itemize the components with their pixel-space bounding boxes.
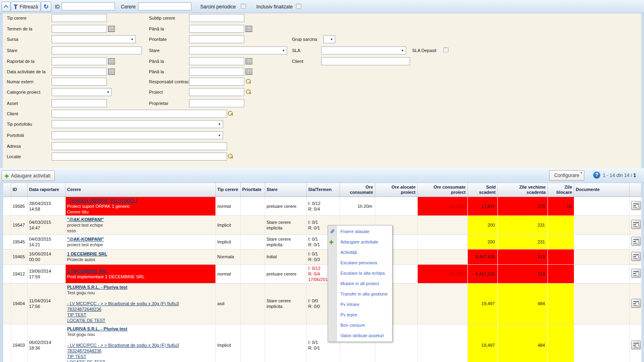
- help-icon[interactable]: ?: [593, 171, 600, 179]
- cerere-link[interactable]: "@AK-KOMPANI": [67, 236, 104, 242]
- subtip-cerere-input[interactable]: [189, 14, 244, 22]
- document-details-icon[interactable]: [631, 237, 641, 245]
- document-details-icon[interactable]: [631, 252, 641, 261]
- tip-cerere-input[interactable]: [52, 14, 107, 22]
- sarcini-periodice-checkbox[interactable]: [241, 4, 246, 9]
- header-sla-termen[interactable]: Sla/Termen: [306, 183, 340, 197]
- menu-item-valori-atribute-asseturi[interactable]: Valori atribute asseturi: [328, 330, 392, 341]
- refresh-button[interactable]: ↻: [41, 2, 51, 12]
- menu-item-pv-iesire[interactable]: Pv ieșire: [328, 310, 392, 320]
- filter-button[interactable]: Filtrează: [11, 2, 40, 12]
- numar-extern-input[interactable]: [52, 78, 107, 86]
- header-zile-vechime[interactable]: Zile vechime scadenta: [497, 183, 547, 197]
- header-data-raportare[interactable]: Data raportare: [27, 183, 65, 197]
- categorie-proiect-select[interactable]: ▼: [52, 88, 112, 96]
- header-zile-blocare[interactable]: Zile blocare: [547, 183, 574, 197]
- menu-item-transfer-alta-gestiune[interactable]: Transfer in alta gestiune: [328, 289, 392, 299]
- data-activitate-input[interactable]: [52, 68, 107, 76]
- proiect-input[interactable]: [189, 88, 244, 96]
- calendar-icon[interactable]: [246, 58, 252, 64]
- table-row[interactable]: 19585 28/04/201514:58 ""KINDER MEDIKA" P…: [3, 197, 641, 215]
- header-documente[interactable]: Documente: [574, 183, 629, 197]
- id-filter-input[interactable]: [62, 2, 115, 10]
- calendar-icon[interactable]: [246, 68, 252, 75]
- stare-1-input[interactable]: [52, 46, 142, 54]
- menu-item-bon-consum[interactable]: Bon consum: [328, 320, 392, 330]
- inclusiv-finalizate-checkbox[interactable]: [296, 4, 301, 9]
- header-stare[interactable]: Stare: [265, 183, 306, 197]
- table-row[interactable]: 19547 04/03/201514:47 "@AK-KOMPANI" proi…: [3, 215, 641, 234]
- sla-depasit-checkbox[interactable]: [443, 47, 449, 52]
- responsabil-contract-input[interactable]: [189, 78, 244, 86]
- proprietar-input[interactable]: [189, 99, 244, 107]
- header-id[interactable]: ID: [11, 183, 27, 197]
- document-details-icon[interactable]: [631, 201, 641, 210]
- asset-link[interactable]: - LV MCC/PCC - > > Bicarbonat de sodiu x…: [67, 342, 214, 354]
- sla-select[interactable]: ▼: [321, 46, 406, 54]
- calendar-icon[interactable]: [108, 58, 115, 64]
- table-row[interactable]: 19403 06/02/201418:36 PLURIVA S.R.L. - P…: [3, 324, 641, 362]
- search-icon[interactable]: [246, 78, 251, 84]
- calendar-icon[interactable]: [246, 26, 252, 32]
- header-cerere[interactable]: Cerere: [65, 183, 215, 197]
- table-row[interactable]: 19412 19/06/201417:59 1 DECEMBRIE SRL Po…: [3, 264, 641, 283]
- locatie-input[interactable]: [52, 153, 227, 161]
- header-ore-alocate-proiect[interactable]: Ore alocate proiect: [375, 183, 417, 197]
- raportat-de-la-input[interactable]: [52, 57, 107, 65]
- stare-2-select[interactable]: ▼: [189, 46, 287, 54]
- tip-portofoliu-select[interactable]: ▼: [52, 120, 223, 128]
- cell-cerere: "@AK-KOMPANI" proiect test echipe ssss: [65, 215, 215, 234]
- locatie-test-link[interactable]: LOCATIE DE TEST: [67, 359, 214, 362]
- search-icon[interactable]: [227, 111, 233, 116]
- client-2-input[interactable]: [52, 110, 227, 118]
- calendar-icon[interactable]: [108, 68, 115, 75]
- menu-item-escalare-alta-echipa[interactable]: Escalare la alta echipa: [328, 268, 392, 278]
- cerere-link[interactable]: 1 DECEMBRIE SRL: [67, 251, 107, 257]
- cerere-link[interactable]: ""KINDER MEDIKA" PZU CODCLI: [67, 198, 137, 203]
- cerere-link[interactable]: 1 DECEMBRIE SRL: [67, 268, 107, 274]
- calendar-icon[interactable]: [108, 26, 115, 32]
- table-row[interactable]: 19404 11/04/201417:56 PLURIVA S.R.L. - P…: [3, 283, 641, 324]
- search-icon[interactable]: [246, 89, 251, 95]
- header-sold-scadent[interactable]: Sold scadent: [467, 183, 497, 197]
- header-ore-consumate-proiect[interactable]: Ore consumate proiect: [417, 183, 467, 197]
- menu-item-pv-intrare[interactable]: Pv intrare: [328, 299, 392, 310]
- document-details-icon[interactable]: [631, 299, 641, 308]
- header-prioritate[interactable]: Prioritate: [240, 183, 265, 197]
- pana-la-3-input[interactable]: [189, 68, 244, 76]
- asset-input[interactable]: [52, 99, 107, 107]
- sursa-select[interactable]: ▼: [52, 35, 136, 43]
- tip-test-link[interactable]: TIP TEST: [67, 312, 214, 318]
- collapse-panel-button[interactable]: [2, 2, 10, 12]
- pana-la-1-input[interactable]: [189, 25, 244, 33]
- cerere-link[interactable]: PLURIVA S.R.L. - Pluriva test: [67, 326, 127, 332]
- add-activity-button[interactable]: + Adaugare activitati: [2, 170, 55, 181]
- prioritate-input[interactable]: [189, 35, 244, 43]
- tip-test-link[interactable]: TIP TEST: [67, 354, 214, 359]
- grup-sarcina-select[interactable]: ▼: [323, 35, 335, 43]
- menu-item-escalare-persoana[interactable]: Escalare persoana: [328, 257, 392, 268]
- document-details-icon[interactable]: [631, 220, 641, 229]
- termen-de-la-input[interactable]: [52, 25, 107, 33]
- locatie-test-link[interactable]: LOCATIE DE TEST: [67, 318, 214, 323]
- header-ore-consumate[interactable]: Ore consumate: [340, 183, 375, 197]
- configure-button[interactable]: Configurare ▼: [549, 170, 584, 181]
- menu-item-fisiere-atasate[interactable]: Fisiere atasate: [328, 226, 392, 237]
- document-details-icon[interactable]: [631, 340, 641, 349]
- search-icon[interactable]: [227, 153, 233, 159]
- adresa-input[interactable]: [52, 142, 227, 150]
- table-row[interactable]: 19465 16/06/201400:00 1 DECEMBRIE SRL Pr…: [3, 249, 641, 264]
- table-row[interactable]: 19545 04/03/201514:21 "@AK-KOMPANI" proi…: [3, 234, 641, 249]
- asset-link[interactable]: - LV MCC/PCC - > > Bicarbonat de sodiu x…: [67, 301, 214, 312]
- cerere-link[interactable]: "@AK-KOMPANI": [67, 217, 104, 222]
- menu-item-adaugare-activitate[interactable]: + Adaugare activitate: [328, 237, 392, 247]
- portofolii-select[interactable]: ▼: [52, 131, 223, 139]
- client-1-input[interactable]: [321, 57, 410, 65]
- pana-la-2-input[interactable]: [189, 57, 244, 65]
- header-tip-cerere[interactable]: Tip cerere: [215, 183, 240, 197]
- document-details-icon[interactable]: [631, 269, 641, 278]
- cerere-filter-input[interactable]: [138, 2, 191, 10]
- cerere-link[interactable]: PLURIVA S.R.L. - Pluriva test: [67, 284, 127, 290]
- menu-item-mutare-alt-proiect[interactable]: Mutare in alt proiect: [328, 278, 392, 289]
- menu-item-activitati[interactable]: Activități: [328, 247, 392, 257]
